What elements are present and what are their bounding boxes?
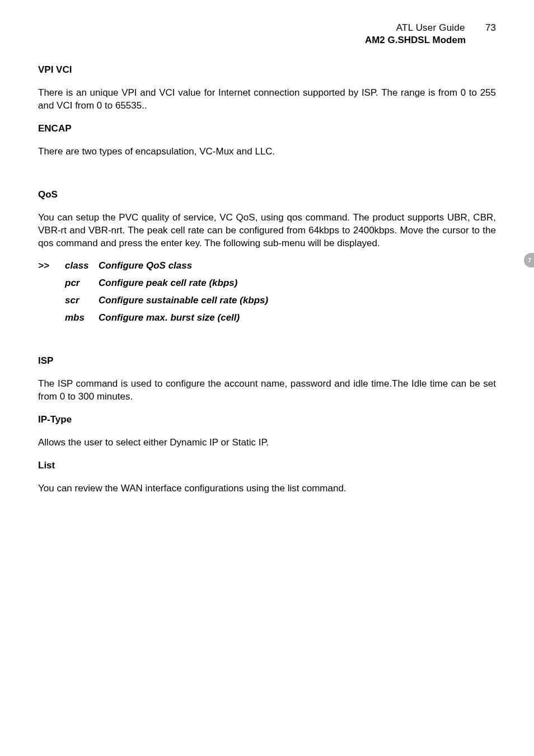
header-top-row: ATL User Guide 73: [38, 22, 496, 34]
heading-encap: ENCAP: [38, 123, 496, 135]
chapter-number: 7: [528, 257, 531, 264]
cmd-name: scr: [65, 294, 99, 307]
body-vpi-vci: There is an unique VPI and VCI value for…: [38, 87, 496, 112]
body-encap: There are two types of encapsulation, VC…: [38, 145, 496, 158]
table-row: mbs Configure max. burst size (cell): [38, 312, 496, 325]
cmd-name: mbs: [65, 312, 99, 325]
page-header: ATL User Guide 73 AM2 G.SHDSL Modem: [38, 22, 496, 46]
product-title: AM2 G.SHDSL Modem: [38, 35, 466, 46]
page-number: 73: [485, 22, 496, 34]
cmd-desc: Configure max. burst size (cell): [99, 312, 496, 325]
heading-ip-type: IP-Type: [38, 414, 496, 426]
page-content: ATL User Guide 73 AM2 G.SHDSL Modem VPI …: [0, 0, 534, 528]
body-list: You can review the WAN interface configu…: [38, 482, 496, 495]
guide-title: ATL User Guide: [396, 22, 465, 34]
heading-list: List: [38, 459, 496, 472]
heading-isp: ISP: [38, 355, 496, 368]
heading-qos: QoS: [38, 189, 496, 201]
table-row: scr Configure sustainable cell rate (kbp…: [38, 294, 496, 307]
body-isp: The ISP command is used to configure the…: [38, 378, 496, 403]
body-qos: You can setup the PVC quality of service…: [38, 212, 496, 250]
main-content: VPI VCI There is an unique VPI and VCI v…: [38, 64, 496, 495]
body-ip-type: Allows the user to select either Dynamic…: [38, 436, 496, 449]
table-row: pcr Configure peak cell rate (kbps): [38, 277, 496, 290]
heading-vpi-vci: VPI VCI: [38, 64, 496, 77]
cmd-desc: Configure peak cell rate (kbps): [99, 277, 496, 290]
cmd-desc: Configure QoS class: [99, 260, 496, 273]
qos-command-table: >> class Configure QoS class pcr Configu…: [38, 260, 496, 325]
table-row: >> class Configure QoS class: [38, 260, 496, 273]
cursor-indicator: >>: [38, 260, 65, 273]
cmd-name: class: [65, 260, 99, 273]
cmd-name: pcr: [65, 277, 99, 290]
cmd-desc: Configure sustainable cell rate (kbps): [99, 294, 496, 307]
